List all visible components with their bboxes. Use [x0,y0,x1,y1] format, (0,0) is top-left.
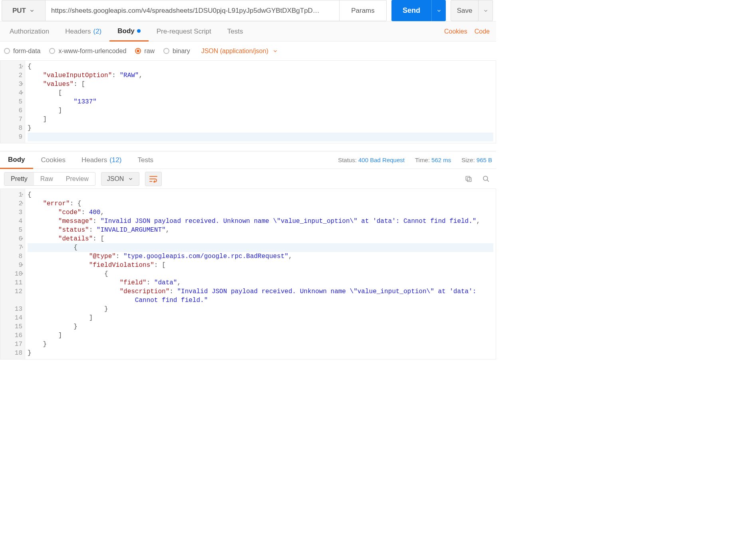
send-button[interactable]: Send [391,0,431,21]
line-number: 3 [0,208,25,217]
code-line: "error": { [28,199,493,208]
radio-icon [49,48,55,54]
view-preview[interactable]: Preview [60,173,95,185]
code-line: } [28,349,493,357]
line-number [0,296,25,305]
svg-rect-1 [466,176,470,180]
radio-form-data[interactable]: form-data [4,48,40,55]
code-line: { [28,243,493,252]
save-button-group: Save [451,0,493,21]
request-url-text: https://sheets.googleapis.com/v4/spreads… [51,7,320,15]
code-line: "code": 400, [28,208,493,217]
tab-body[interactable]: Body [109,22,149,42]
save-button[interactable]: Save [451,0,479,21]
code-link[interactable]: Code [475,28,490,35]
request-url-input[interactable]: https://sheets.googleapis.com/v4/spreads… [46,0,340,21]
chevron-down-icon [272,48,278,54]
line-number: 1 [0,191,25,199]
line-number: 8 [0,252,25,261]
code-line: "fieldViolations": [ [28,261,493,270]
response-editor-gutter: 1 2 3456 7 89 10 1112131415161718 [0,189,25,359]
copy-response-button[interactable] [463,173,475,185]
response-tabs: Body Cookies Headers (12) Tests Status: … [0,151,496,169]
body-type-row: form-data x-www-form-urlencoded raw bina… [0,42,496,61]
request-tabs: Authorization Headers (2) Body Pre-reque… [0,22,496,42]
chevron-down-icon [128,176,133,182]
search-icon [482,175,490,183]
radio-icon [4,48,10,54]
status-value: 400 Bad Request [358,157,405,163]
panel-divider[interactable] [0,143,496,151]
code-line: } [28,124,493,133]
cookies-link[interactable]: Cookies [444,28,467,35]
unsaved-dot-icon [137,29,141,33]
send-dropdown-button[interactable] [431,0,446,21]
code-line: "message": "Invalid JSON payload receive… [28,217,493,226]
view-mode-pill: Pretty Raw Preview [4,172,95,186]
line-number: 4 [0,89,25,97]
view-raw[interactable]: Raw [34,173,60,185]
code-line: "description": "Invalid JSON payload rec… [28,287,493,296]
code-line: "details": [ [28,234,493,243]
search-response-button[interactable] [480,173,492,185]
request-body-editor[interactable]: 1 23 4 56789 { "valueInputOption": "RAW"… [0,61,496,143]
tab-headers[interactable]: Headers (2) [57,22,109,41]
line-number: 9 [0,133,25,141]
code-line: "@type": "type.googleapis.com/google.rpc… [28,252,493,261]
tab-authorization[interactable]: Authorization [2,22,57,41]
save-dropdown-button[interactable] [479,0,493,21]
line-number: 15 [0,322,25,331]
response-body-viewer[interactable]: 1 2 3456 7 89 10 1112131415161718 { "err… [0,189,496,359]
radio-binary[interactable]: binary [163,48,190,55]
params-button[interactable]: Params [340,0,387,21]
line-number: 5 [0,97,25,106]
resp-tab-body[interactable]: Body [0,152,33,169]
code-line: ] [28,115,493,124]
time-value: 562 ms [431,157,451,163]
chevron-down-icon [436,8,442,14]
tab-tests[interactable]: Tests [219,22,251,41]
view-pretty[interactable]: Pretty [4,173,34,185]
wrap-toggle-button[interactable] [145,172,162,186]
line-number: 11 [0,278,25,287]
response-meta: Status: 400 Bad Request Time: 562 ms Siz… [338,157,492,163]
size-value: 965 B [477,157,492,163]
wrap-lines-icon [149,175,158,183]
code-line: "values": [ [28,80,493,89]
radio-raw[interactable]: raw [135,48,155,55]
code-line: } [28,340,493,349]
response-toolbar: Pretty Raw Preview JSON [0,169,496,189]
request-editor-code[interactable]: { "valueInputOption": "RAW", "values": [… [25,61,496,143]
radio-urlencoded[interactable]: x-www-form-urlencoded [49,48,126,55]
line-number: 8 [0,124,25,133]
radio-icon [135,48,141,54]
request-editor-gutter: 1 23 4 56789 [0,61,25,143]
tab-prerequest[interactable]: Pre-request Script [149,22,219,41]
line-number: 6 [0,106,25,115]
radio-icon [163,48,169,54]
svg-point-2 [483,176,488,180]
code-line: } [28,305,493,314]
chevron-down-icon [29,8,35,14]
code-line: "valueInputOption": "RAW", [28,71,493,80]
line-number: 2 [0,71,25,80]
http-method-label: PUT [12,7,26,15]
resp-tab-headers[interactable]: Headers (12) [74,151,130,169]
resp-tab-tests[interactable]: Tests [129,151,161,169]
request-bar: PUT https://sheets.googleapis.com/v4/spr… [0,0,496,22]
code-line: [ [28,89,493,97]
resp-tab-cookies[interactable]: Cookies [33,151,74,169]
chevron-down-icon [483,8,489,14]
line-number: 17 [0,340,25,349]
svg-rect-0 [467,177,471,181]
line-number: 10 [0,270,25,278]
response-format-select[interactable]: JSON [101,172,140,186]
response-editor-code: { "error": { "code": 400, "message": "In… [25,189,496,359]
http-method-select[interactable]: PUT [2,0,46,21]
line-number: 7 [0,243,25,252]
line-number: 4 [0,217,25,226]
code-line: { [28,270,493,278]
line-number: 6 [0,234,25,243]
content-type-select[interactable]: JSON (application/json) [201,48,278,55]
code-line: ] [28,331,493,340]
